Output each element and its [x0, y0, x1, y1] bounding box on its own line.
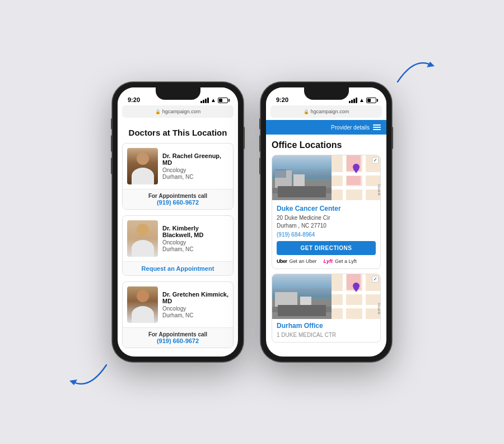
signal-icon	[200, 98, 209, 103]
phones-container: 9:20 ▲ 🔒 hgcampaign.com	[112, 82, 392, 362]
lyft-label: Get a Lyft	[335, 258, 357, 264]
right-notch	[304, 87, 349, 100]
right-phone-left-button-vol-up	[259, 135, 261, 152]
svg-marker-1	[69, 380, 77, 385]
uber-label: Get an Uber	[290, 258, 317, 264]
right-lock-icon: 🔒	[304, 109, 309, 114]
svg-marker-0	[427, 62, 435, 67]
right-phone-content: Office Locations	[266, 135, 386, 357]
duke-map-preview[interactable]: ⤢ Circuit Dr	[272, 155, 380, 200]
doctor-info-row-gretchen: Dr. Gretchen Kimmick, MD Oncology Durham…	[123, 282, 233, 327]
doctor-details-gretchen: Dr. Gretchen Kimmick, MD Oncology Durham…	[162, 291, 228, 318]
duke-location-name[interactable]: Duke Cancer Center	[277, 205, 376, 212]
arrow-top-icon	[392, 54, 437, 87]
doctor-photo-rachel	[127, 148, 158, 184]
duke-map-composite: ⤢ Circuit Dr	[272, 155, 380, 200]
appointment-label-rachel: For Appointments call	[126, 193, 230, 199]
appointment-phone-gretchen[interactable]: (919) 660-9672	[126, 337, 230, 344]
right-phone-right-button	[391, 127, 393, 149]
lyft-option[interactable]: Lyft Get a Lyft	[324, 258, 357, 264]
durham-location-info-partial: Durham Office 1 DUKE MEDICAL CTR	[272, 319, 380, 342]
doctor-details-rachel: Dr. Rachel Greenup, MD Oncology Durham, …	[162, 152, 228, 180]
doctor-footer-gretchen: For Appointments call (919) 660-9672	[123, 327, 233, 348]
right-battery-icon	[366, 98, 376, 103]
location-card-durham: ⤢ Circuit Dr Durham Office 1 DUKE MEDICA…	[272, 274, 381, 343]
duke-map-pin	[353, 164, 360, 173]
right-status-icons: ▲	[349, 97, 376, 103]
right-phone-left-button-vol-down	[259, 158, 261, 174]
durham-map-expand-btn[interactable]: ⤢	[372, 276, 379, 283]
doctor-name-rachel: Dr. Rachel Greenup, MD	[162, 152, 228, 166]
location-card-duke: ⤢ Circuit Dr Duke Cancer Center 20 Duke …	[272, 155, 381, 269]
right-url-text: hgcampaign.com	[311, 109, 349, 114]
doctor-specialty-kimberly: Oncology	[162, 239, 228, 246]
appointment-label-gretchen: For Appointments call	[126, 331, 230, 337]
doctor-location-rachel: Durham, NC	[162, 174, 228, 180]
left-status-icons: ▲	[200, 97, 228, 103]
duke-phone[interactable]: (919) 684-8964	[277, 232, 376, 238]
doctor-details-kimberly: Dr. Kimberly Blackwell, MD Oncology Durh…	[162, 225, 228, 252]
left-side-button-vol-down	[111, 158, 113, 174]
battery-icon	[218, 98, 228, 103]
doctor-photo-gretchen	[127, 286, 158, 323]
durham-location-name[interactable]: Durham Office	[277, 322, 376, 330]
doctor-photo-kimberly	[127, 220, 158, 257]
doctor-location-kimberly: Durham, NC	[162, 246, 228, 252]
doctor-footer-kimberly[interactable]: Request an Appointment	[123, 261, 233, 275]
left-side-button-mute	[111, 118, 113, 130]
hamburger-icon[interactable]	[373, 124, 381, 130]
right-phone-screen: 9:20 ▲ 🔒 hgcampaign.com	[266, 87, 386, 357]
duke-address-line1: 20 Duke Medicine Cir	[277, 214, 376, 222]
get-directions-button[interactable]: GET DIRECTIONS	[277, 241, 376, 255]
doctor-info-row-rachel: Dr. Rachel Greenup, MD Oncology Durham, …	[123, 144, 233, 189]
doctors-list-container: Doctors at This Location Dr. Rachel Gree…	[118, 120, 238, 357]
right-side-button	[243, 127, 245, 149]
left-phone-content: Doctors at This Location Dr. Rachel Gree…	[118, 120, 238, 357]
office-locations-container: Office Locations	[266, 135, 386, 348]
durham-street-view	[272, 274, 332, 319]
durham-map-pin	[353, 283, 360, 292]
doctor-location-gretchen: Durham, NC	[162, 312, 228, 318]
doctor-name-kimberly: Dr. Kimberly Blackwell, MD	[162, 225, 228, 238]
durham-map-composite: ⤢ Circuit Dr	[272, 274, 380, 319]
doctor-card-rachel: Dr. Rachel Greenup, MD Oncology Durham, …	[122, 143, 234, 210]
lyft-logo: Lyft	[324, 258, 333, 264]
appointment-link-kimberly[interactable]: Request an Appointment	[126, 265, 230, 272]
durham-map-view: ⤢ Circuit Dr	[332, 274, 380, 319]
left-phone: 9:20 ▲ 🔒 hgcampaign.com	[112, 82, 244, 362]
wifi-icon: ▲	[211, 97, 216, 103]
right-wifi-icon: ▲	[359, 97, 365, 103]
ride-options: Uber Get an Uber Lyft Get a Lyft	[277, 258, 376, 264]
duke-street-view	[272, 155, 332, 200]
durham-address-partial: 1 DUKE MEDICAL CTR	[277, 331, 376, 339]
notch	[156, 87, 200, 100]
doctor-name-gretchen: Dr. Gretchen Kimmick, MD	[162, 291, 228, 304]
arrow-bottom-icon	[67, 359, 112, 393]
doctor-specialty-rachel: Oncology	[162, 167, 228, 173]
appointment-phone-rachel[interactable]: (919) 660-9672	[126, 199, 230, 206]
duke-map-expand-btn[interactable]: ⤢	[372, 157, 379, 164]
doctor-info-row-kimberly: Dr. Kimberly Blackwell, MD Oncology Durh…	[123, 216, 233, 261]
right-url-bar[interactable]: 🔒 hgcampaign.com	[270, 105, 382, 118]
doctor-card-gretchen: Dr. Gretchen Kimmick, MD Oncology Durham…	[122, 281, 234, 348]
right-phone-left-button-mute	[259, 118, 261, 130]
left-url-bar[interactable]: 🔒 hgcampaign.com	[122, 105, 234, 118]
duke-location-info: Duke Cancer Center 20 Duke Medicine Cir …	[272, 200, 380, 269]
provider-details-text: Provider details	[331, 124, 370, 131]
left-time: 9:20	[128, 96, 140, 103]
right-signal-icon	[349, 98, 357, 103]
lock-icon: 🔒	[155, 109, 161, 114]
office-locations-title: Office Locations	[272, 140, 381, 150]
doctor-specialty-gretchen: Oncology	[162, 306, 228, 312]
duke-address-line2: Durham , NC 27710	[277, 222, 376, 230]
uber-option[interactable]: Uber Get an Uber	[277, 258, 317, 264]
uber-logo: Uber	[277, 258, 287, 264]
doctor-footer-rachel: For Appointments call (919) 660-9672	[123, 189, 233, 209]
right-time: 9:20	[276, 96, 288, 103]
doctors-page-title: Doctors at This Location	[118, 126, 238, 143]
doctor-card-kimberly: Dr. Kimberly Blackwell, MD Oncology Durh…	[122, 215, 234, 276]
provider-details-bar[interactable]: Provider details	[266, 120, 386, 135]
right-phone: 9:20 ▲ 🔒 hgcampaign.com	[260, 82, 392, 362]
left-phone-screen: 9:20 ▲ 🔒 hgcampaign.com	[118, 87, 238, 357]
durham-map-preview[interactable]: ⤢ Circuit Dr	[272, 274, 380, 319]
